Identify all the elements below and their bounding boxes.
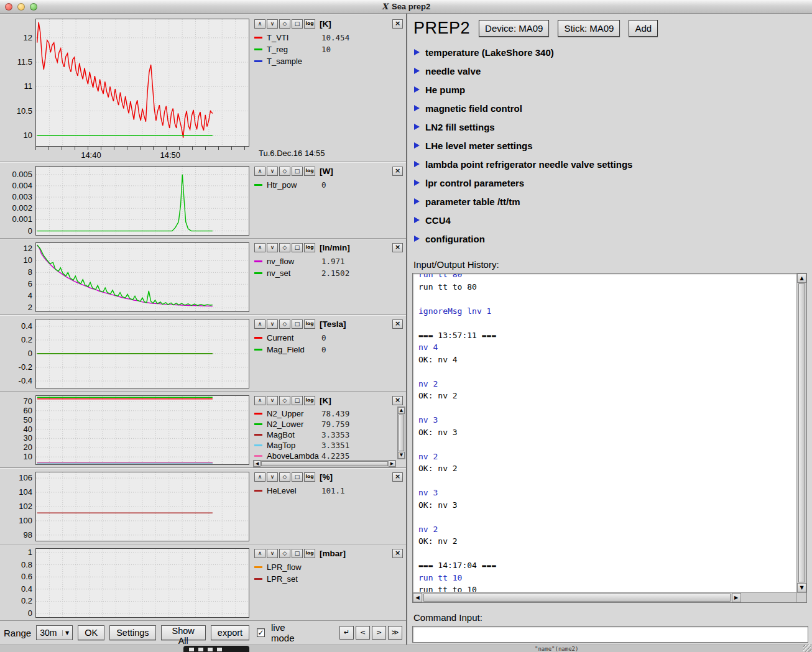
tree-item-configuration[interactable]: configuration xyxy=(407,229,812,248)
legend-item[interactable]: LPR_flow xyxy=(254,561,406,573)
close-window-button[interactable] xyxy=(5,3,12,11)
log-scale-button[interactable]: log xyxy=(304,319,315,329)
zoom-button[interactable]: □ xyxy=(292,319,303,329)
legend-item[interactable]: MagTop3.3351 xyxy=(254,440,406,451)
close-plot-button[interactable]: × xyxy=(392,167,403,176)
tree-item-magnetic-field[interactable]: magnetic field control xyxy=(407,99,812,117)
scroll-down-arrow[interactable]: ▼ xyxy=(398,452,405,459)
tree-item-temperature[interactable]: temperature (LakeShore 340) xyxy=(407,43,812,62)
tree-item-lpr-control[interactable]: lpr control parameters xyxy=(407,173,812,192)
log-scale-button[interactable]: log xyxy=(304,549,315,558)
plot-canvas-magnet[interactable] xyxy=(35,319,249,388)
zoom-window-button[interactable] xyxy=(30,3,37,11)
plot-canvas-heater-power[interactable] xyxy=(35,166,249,236)
tree-item-he-pump[interactable]: He pump xyxy=(407,80,812,99)
close-plot-button[interactable]: × xyxy=(392,472,403,482)
minimize-window-button[interactable] xyxy=(17,3,25,11)
tree-item-parameter-table[interactable]: parameter table /tt/tm xyxy=(407,192,812,211)
io-horizontal-scrollbar[interactable]: ◀ ▶ xyxy=(413,592,796,602)
scale-up-button[interactable]: ∧ xyxy=(254,472,265,482)
scale-up-button[interactable]: ∧ xyxy=(254,167,265,176)
autoscale-button[interactable]: ◇ xyxy=(279,472,290,482)
scale-up-button[interactable]: ∧ xyxy=(254,243,265,252)
io-history-box[interactable]: run tt 80run tt to 80 ignoreMsg lnv 1 ==… xyxy=(412,273,807,603)
autoscale-button[interactable]: ◇ xyxy=(279,243,290,252)
io-vertical-scrollbar[interactable]: ▲ ▼ xyxy=(796,273,806,592)
log-scale-button[interactable]: log xyxy=(304,167,315,176)
scroll-down-arrow[interactable]: ▼ xyxy=(797,583,806,592)
legend-item[interactable]: HeLevel101.1 xyxy=(254,485,406,497)
window-titlebar[interactable]: XSea prep2 xyxy=(0,0,812,14)
legend-item[interactable]: LPR_set xyxy=(254,573,406,585)
scroll-left-arrow[interactable]: ◀ xyxy=(254,461,261,467)
range-select[interactable]: 30m ▼ xyxy=(36,625,73,640)
zoom-button[interactable]: □ xyxy=(292,243,303,252)
autoscale-button[interactable]: ◇ xyxy=(279,319,290,329)
settings-button[interactable]: Settings xyxy=(109,625,155,640)
close-plot-button[interactable]: × xyxy=(392,396,403,405)
tree-item-ccu4[interactable]: CCU4 xyxy=(407,211,812,229)
autoscale-button[interactable]: ◇ xyxy=(279,549,290,558)
log-scale-button[interactable]: log xyxy=(304,472,315,482)
command-input[interactable] xyxy=(412,626,808,643)
legend-item[interactable]: Current0 xyxy=(254,332,406,344)
autoscale-button[interactable]: ◇ xyxy=(279,19,290,29)
ok-button[interactable]: OK xyxy=(78,625,104,640)
tree-item-lambda-point[interactable]: lambda point refrigerator needle valve s… xyxy=(407,155,812,173)
log-scale-button[interactable]: log xyxy=(304,243,315,252)
live-mode-checkbox[interactable]: ✓ xyxy=(257,628,265,637)
scale-down-button[interactable]: ∨ xyxy=(267,319,278,329)
scroll-up-arrow[interactable]: ▲ xyxy=(398,407,405,414)
legend-item[interactable]: T_reg10 xyxy=(254,44,406,55)
plot-canvas-lpr[interactable] xyxy=(35,548,249,618)
scale-up-button[interactable]: ∧ xyxy=(254,396,265,405)
legend-item[interactable]: Htr_pow0 xyxy=(254,179,406,191)
nav-next-button[interactable]: > xyxy=(372,626,386,640)
zoom-button[interactable]: □ xyxy=(292,167,303,176)
autoscale-button[interactable]: ◇ xyxy=(279,167,290,176)
scale-up-button[interactable]: ∧ xyxy=(254,319,265,329)
export-button[interactable]: export xyxy=(211,625,249,640)
legend-item[interactable]: T_sample xyxy=(254,55,406,67)
resize-grip-icon[interactable] xyxy=(803,645,811,652)
scale-down-button[interactable]: ∨ xyxy=(267,549,278,558)
legend-item[interactable]: T_VTI10.454 xyxy=(254,32,406,44)
zoom-button[interactable]: □ xyxy=(292,472,303,482)
scale-down-button[interactable]: ∨ xyxy=(267,19,278,29)
scale-down-button[interactable]: ∨ xyxy=(267,396,278,405)
scrollbar-thumb[interactable] xyxy=(399,415,404,451)
autoscale-button[interactable]: ◇ xyxy=(279,396,290,405)
scale-up-button[interactable]: ∧ xyxy=(254,549,265,558)
zoom-button[interactable]: □ xyxy=(292,549,303,558)
zoom-button[interactable]: □ xyxy=(292,396,303,405)
legend-item[interactable]: N2_Lower79.759 xyxy=(254,419,406,429)
close-plot-button[interactable]: × xyxy=(392,549,403,558)
plot-canvas-nv-flow[interactable] xyxy=(35,242,249,312)
tree-item-lhe-level-meter[interactable]: LHe level meter settings xyxy=(407,136,812,155)
scrollbar-thumb[interactable] xyxy=(423,594,731,602)
tree-item-needle-valve[interactable]: needle valve xyxy=(407,62,812,80)
scroll-right-arrow[interactable]: ▶ xyxy=(732,593,741,602)
zoom-button[interactable]: □ xyxy=(292,19,303,29)
tree-item-ln2-fill[interactable]: LN2 fill settings xyxy=(407,117,812,136)
plot-canvas-helium-level[interactable] xyxy=(35,472,249,541)
log-scale-button[interactable]: log xyxy=(304,19,315,29)
nav-prev-button[interactable]: < xyxy=(356,626,370,640)
scale-down-button[interactable]: ∨ xyxy=(267,472,278,482)
legend-horizontal-scrollbar[interactable]: ◀ ▶ xyxy=(253,460,396,467)
legend-item[interactable]: MagBot3.3353 xyxy=(254,429,406,440)
log-scale-button[interactable]: log xyxy=(304,396,315,405)
show-all-button[interactable]: Show All xyxy=(161,625,206,640)
legend-item[interactable]: nv_flow1.971 xyxy=(254,255,406,267)
scale-up-button[interactable]: ∧ xyxy=(254,19,265,29)
legend-vertical-scrollbar[interactable]: ▲ ▼ xyxy=(397,406,405,459)
scroll-right-arrow[interactable]: ▶ xyxy=(389,461,395,467)
legend-item[interactable]: Mag_Field0 xyxy=(254,344,406,356)
io-history-text[interactable]: run tt 80run tt to 80 ignoreMsg lnv 1 ==… xyxy=(413,274,796,592)
scroll-up-arrow[interactable]: ▲ xyxy=(797,273,806,283)
close-plot-button[interactable]: × xyxy=(392,243,403,252)
legend-item[interactable]: N2_Upper78.439 xyxy=(254,408,406,419)
scale-down-button[interactable]: ∨ xyxy=(267,167,278,176)
scrollbar-thumb[interactable] xyxy=(261,461,388,466)
nav-jump-latest-button[interactable]: ↵ xyxy=(339,626,354,640)
